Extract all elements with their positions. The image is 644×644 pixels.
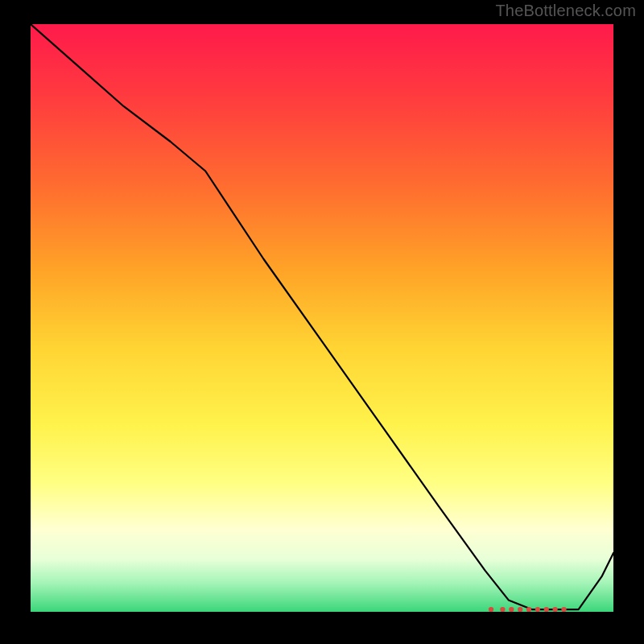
marker-dot bbox=[489, 607, 493, 612]
marker-dot bbox=[509, 607, 514, 612]
marker-dot bbox=[544, 607, 549, 612]
marker-dot bbox=[500, 607, 505, 612]
marker-dot bbox=[552, 607, 557, 612]
plot-area bbox=[31, 24, 613, 612]
marker-dot bbox=[526, 607, 531, 612]
chart-svg bbox=[31, 24, 613, 612]
marker-dot bbox=[535, 607, 540, 612]
marker-group bbox=[489, 607, 567, 612]
marker-dot bbox=[518, 607, 522, 612]
chart-container: TheBottleneck.com bbox=[0, 0, 644, 644]
marker-dot bbox=[561, 607, 566, 612]
series-curve bbox=[31, 24, 613, 609]
watermark-text: TheBottleneck.com bbox=[495, 2, 636, 20]
